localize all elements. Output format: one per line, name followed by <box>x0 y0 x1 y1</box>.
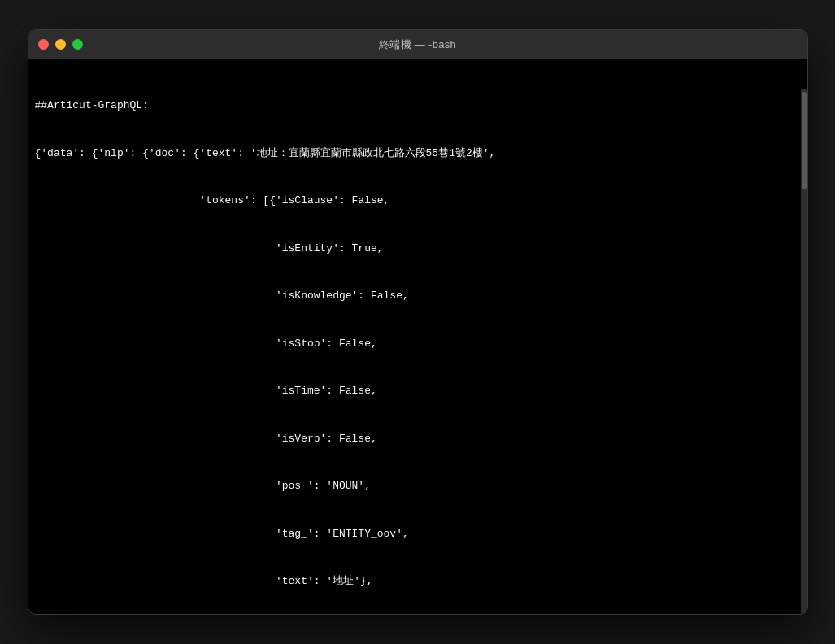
titlebar: 終端機 — -bash <box>28 30 807 59</box>
maximize-button[interactable] <box>72 39 83 50</box>
line-11: 'text': '地址'}, <box>35 573 785 590</box>
line-4: 'isEntity': True, <box>35 241 785 257</box>
line-10: 'tag_': 'ENTITY_oov', <box>35 526 785 542</box>
window-title: 終端機 — -bash <box>379 37 456 52</box>
line-5: 'isKnowledge': False, <box>35 288 785 304</box>
minimize-button[interactable] <box>55 39 66 50</box>
terminal-output: ##Articut-GraphQL: {'data': {'nlp': {'do… <box>35 66 798 614</box>
line-3: 'tokens': [{'isClause': False, <box>35 193 785 209</box>
line-1: ##Articut-GraphQL: <box>35 98 785 114</box>
line-8: 'isVerb': False, <box>35 431 785 447</box>
line-9: 'pos_': 'NOUN', <box>35 478 785 494</box>
line-2: {'data': {'nlp': {'doc': {'text': '地址：宜蘭… <box>35 146 785 162</box>
terminal-body[interactable]: ##Articut-GraphQL: {'data': {'nlp': {'do… <box>28 59 807 614</box>
traffic-lights <box>38 39 83 50</box>
terminal-window: 終端機 — -bash ##Articut-GraphQL: {'data': … <box>28 29 808 615</box>
scrollbar-track[interactable] <box>801 89 807 614</box>
close-button[interactable] <box>38 39 49 50</box>
line-7: 'isTime': False, <box>35 383 785 399</box>
scrollbar-thumb[interactable] <box>802 92 807 189</box>
line-6: 'isStop': False, <box>35 336 785 352</box>
